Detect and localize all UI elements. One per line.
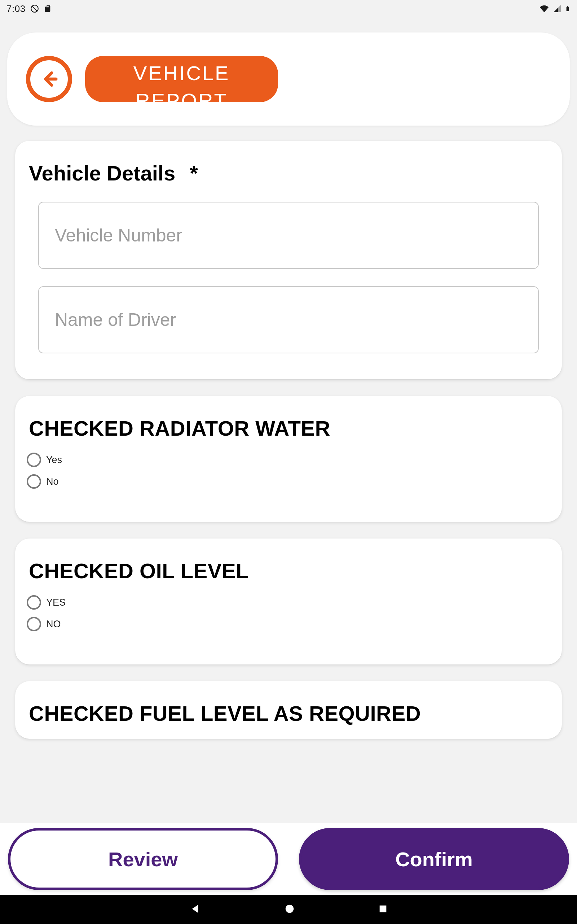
triangle-back-icon — [189, 903, 201, 915]
vehicle-number-input[interactable] — [38, 202, 539, 269]
driver-name-input[interactable] — [38, 286, 539, 353]
oil-no-option[interactable]: NO — [27, 617, 548, 631]
radiator-no-option[interactable]: No — [27, 474, 548, 489]
oil-radio-group: YES NO — [27, 595, 548, 631]
oil-card: CHECKED OIL LEVEL YES NO — [15, 538, 562, 664]
review-button[interactable]: Review — [8, 828, 278, 890]
vehicle-details-title-text: Vehicle Details — [29, 162, 175, 185]
do-not-disturb-icon — [30, 4, 39, 13]
radiator-radio-group: Yes No — [27, 452, 548, 489]
sd-card-icon — [44, 4, 52, 13]
android-nav-bar — [0, 895, 577, 924]
confirm-button[interactable]: Confirm — [299, 828, 569, 890]
required-asterisk: * — [190, 162, 198, 185]
arrow-left-icon — [39, 69, 60, 89]
battery-icon — [565, 4, 571, 13]
radio-label: Yes — [46, 454, 62, 465]
nav-back-button[interactable] — [189, 903, 201, 916]
oil-title: CHECKED OIL LEVEL — [29, 559, 548, 583]
bottom-action-bar: Review Confirm — [0, 823, 577, 895]
radio-icon — [27, 617, 41, 631]
page-title-pill: VEHICLE REPORT — [85, 56, 278, 102]
page-title: VEHICLE REPORT — [85, 60, 278, 102]
confirm-button-label: Confirm — [395, 848, 473, 871]
radiator-title: CHECKED RADIATOR WATER — [29, 416, 548, 440]
form-content: Vehicle Details * CHECKED RADIATOR WATER… — [0, 141, 577, 739]
fuel-card: CHECKED FUEL LEVEL AS REQUIRED — [15, 681, 562, 739]
back-button[interactable] — [26, 56, 72, 102]
review-button-label: Review — [108, 848, 178, 871]
radio-icon — [27, 595, 41, 610]
radio-label: YES — [46, 597, 66, 608]
radio-label: No — [46, 476, 59, 487]
status-time: 7:03 — [6, 3, 26, 15]
wifi-icon — [539, 4, 550, 13]
oil-yes-option[interactable]: YES — [27, 595, 548, 610]
radio-icon — [27, 474, 41, 489]
fuel-title: CHECKED FUEL LEVEL AS REQUIRED — [29, 701, 548, 725]
vehicle-details-title: Vehicle Details * — [29, 161, 548, 185]
radiator-yes-option[interactable]: Yes — [27, 452, 548, 467]
radiator-card: CHECKED RADIATOR WATER Yes No — [15, 396, 562, 522]
nav-recent-button[interactable] — [378, 904, 388, 915]
nav-home-button[interactable] — [284, 903, 295, 916]
signal-icon — [553, 4, 562, 13]
radio-icon — [27, 452, 41, 467]
circle-home-icon — [284, 903, 295, 914]
svg-point-0 — [285, 905, 294, 913]
square-recent-icon — [378, 904, 388, 914]
android-status-bar: 7:03 — [0, 0, 577, 17]
page-header: VEHICLE REPORT — [7, 32, 570, 126]
svg-rect-1 — [380, 906, 387, 913]
vehicle-details-card: Vehicle Details * — [15, 141, 562, 380]
radio-label: NO — [46, 619, 61, 630]
